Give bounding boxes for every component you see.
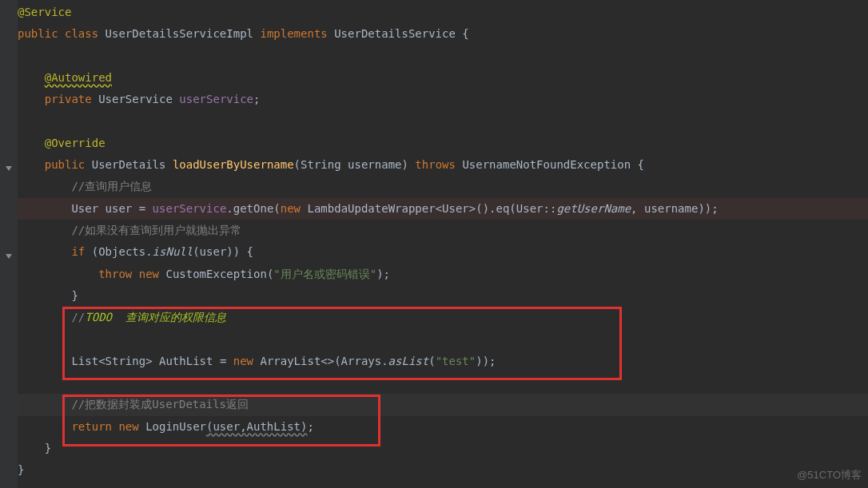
code-editor[interactable]: @Service public class UserDetailsService…: [0, 0, 868, 482]
static-method: asList: [388, 355, 429, 367]
indent: [18, 420, 71, 433]
brace: }: [45, 442, 51, 454]
indent: [18, 268, 98, 280]
field-ref: userService: [153, 202, 227, 215]
paren: (: [428, 355, 435, 367]
indent: [18, 398, 71, 411]
indent: [18, 442, 45, 454]
comment-marker: //: [71, 311, 85, 323]
indent: [18, 224, 71, 236]
method-ref-op: ::: [543, 202, 557, 215]
semi: ;: [253, 93, 260, 105]
comment: //如果没有查询到用户就抛出异常: [71, 224, 241, 236]
keyword: new: [233, 355, 261, 367]
keyword: public class: [18, 27, 106, 40]
indent: [18, 93, 45, 105]
keyword: return new: [71, 420, 145, 433]
static-method: isNull: [153, 245, 193, 258]
indent: [18, 180, 71, 192]
args: , username));: [631, 202, 719, 215]
paren: (: [273, 202, 280, 215]
string-literal: "用户名或密码错误": [273, 268, 376, 280]
keyword: throws: [415, 158, 462, 171]
op: =: [220, 355, 233, 367]
semi: ;: [307, 420, 313, 433]
annotation: @Override: [45, 137, 106, 149]
class-ref: LambdaUpdateWrapper: [307, 202, 435, 215]
generics: <User>().: [436, 202, 496, 215]
todo-comment: TODO 查询对应的权限信息: [85, 311, 226, 323]
method-call: getOne: [233, 202, 274, 215]
paren: );: [376, 268, 390, 280]
indent: [18, 137, 45, 149]
interface-name: UserDetailsService: [334, 27, 462, 40]
annotation: @Autowired: [45, 71, 112, 84]
keyword: public: [45, 158, 92, 171]
keyword: throw new: [98, 268, 165, 280]
field-name: userService: [179, 93, 253, 105]
brace: }: [71, 289, 78, 302]
var-decl: List<String> AuthList: [71, 355, 219, 367]
brace: }: [18, 463, 24, 476]
class-name: UserDetailsServiceImpl: [106, 27, 261, 40]
var-decl: User user: [71, 202, 138, 215]
paren: (: [294, 158, 301, 171]
op: =: [139, 202, 153, 215]
class-ref: LoginUser: [145, 420, 206, 433]
indent: [18, 158, 45, 171]
return-type: UserDetails: [92, 158, 173, 171]
exception-type: UsernameNotFoundException: [462, 158, 637, 171]
type: UserService: [98, 93, 179, 105]
watermark: @51CTO博客: [797, 465, 862, 485]
indent: [18, 311, 71, 323]
indent: [18, 289, 71, 302]
args: (User: [509, 202, 543, 215]
expr: (Objects.: [92, 245, 153, 258]
method-ref: getUserName: [556, 202, 631, 215]
keyword: implements: [260, 27, 334, 40]
class-ref: CustomException: [165, 268, 266, 280]
ctor-args: (user,AuthList): [206, 420, 307, 433]
param-name: username: [348, 158, 401, 171]
paren: ));: [476, 355, 496, 367]
brace: {: [462, 27, 468, 40]
annotation: @Service: [18, 6, 71, 18]
indent: [18, 245, 71, 258]
indent: [18, 355, 71, 367]
indent: [18, 71, 45, 84]
method-call: eq: [496, 202, 510, 215]
keyword: private: [45, 93, 98, 105]
dot: .: [226, 202, 233, 215]
keyword: if: [71, 245, 91, 258]
comment: //查询用户信息: [71, 180, 152, 192]
string-literal: "test": [436, 355, 476, 367]
brace: {: [638, 158, 644, 171]
expr: ArrayList<>(Arrays.: [260, 355, 388, 367]
indent: [18, 202, 71, 215]
comment: //把数据封装成UserDetails返回: [71, 398, 249, 411]
keyword: new: [281, 202, 308, 215]
expr: (user)) {: [193, 245, 253, 258]
method-name: loadUserByUsername: [173, 158, 294, 171]
param-type: String: [301, 158, 348, 171]
paren: ): [402, 158, 416, 171]
